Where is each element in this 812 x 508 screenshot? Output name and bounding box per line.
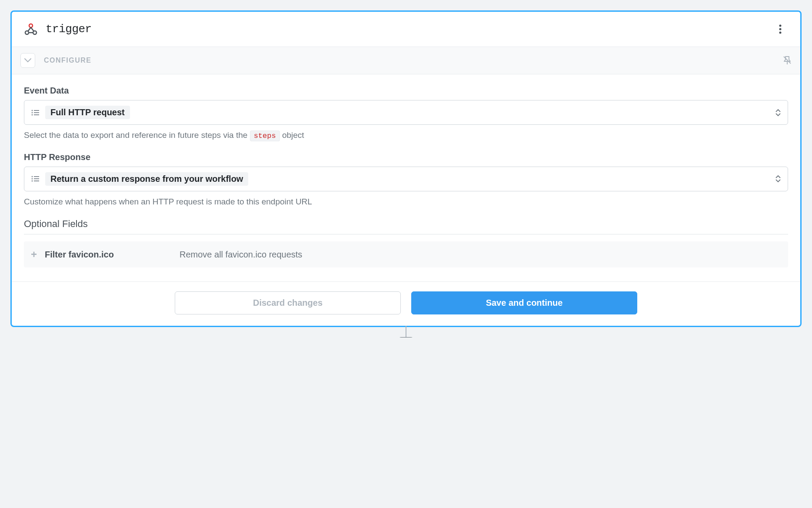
svg-point-4 [779, 28, 782, 30]
sort-icon [775, 109, 781, 117]
event-data-label: Event Data [24, 86, 788, 96]
section-label: CONFIGURE [44, 57, 92, 64]
discard-button[interactable]: Discard changes [175, 291, 401, 314]
chevron-down-icon [24, 58, 31, 63]
svg-point-3 [779, 25, 782, 27]
http-response-label: HTTP Response [24, 152, 788, 162]
configure-section-bar: CONFIGURE [12, 47, 800, 74]
svg-rect-14 [34, 176, 39, 177]
svg-rect-8 [34, 110, 39, 111]
trigger-step-card: trigger CONFIGURE Event Data [10, 10, 802, 327]
http-response-field: HTTP Response Return a custom response f… [24, 152, 788, 208]
help-text-before: Select the data to export and reference … [24, 130, 250, 140]
optional-field-name: Filter favicon.ico [45, 250, 180, 260]
svg-point-5 [779, 32, 782, 34]
more-vertical-icon [779, 24, 782, 34]
steps-code-chip: steps [250, 130, 280, 141]
list-icon [31, 176, 39, 182]
svg-point-13 [32, 176, 33, 177]
card-footer: Discard changes Save and continue [12, 282, 800, 326]
list-icon [31, 110, 39, 116]
svg-rect-12 [34, 114, 39, 115]
svg-point-9 [32, 112, 33, 113]
collapse-toggle[interactable] [20, 53, 35, 68]
event-data-value: Full HTTP request [45, 106, 130, 119]
svg-point-7 [32, 110, 33, 111]
pin-off-icon [783, 56, 792, 65]
add-step-button[interactable] [398, 337, 414, 338]
step-title: trigger [46, 23, 92, 36]
svg-point-0 [29, 24, 33, 27]
svg-point-11 [32, 114, 33, 115]
webhook-icon [24, 22, 38, 36]
more-menu-button[interactable] [772, 21, 788, 37]
optional-field-desc: Remove all favicon.ico requests [180, 250, 302, 260]
plus-icon: + [31, 249, 37, 260]
event-data-select[interactable]: Full HTTP request [24, 100, 788, 125]
sort-icon [775, 175, 781, 183]
svg-rect-10 [34, 112, 39, 113]
optional-fields-section: Optional Fields + Filter favicon.ico Rem… [24, 218, 788, 267]
svg-point-15 [32, 178, 33, 180]
event-data-field: Event Data Full HTTP request Select the … [24, 86, 788, 142]
help-text-after: object [280, 130, 304, 140]
save-button[interactable]: Save and continue [411, 291, 637, 314]
http-response-help: Customize what happens when an HTTP requ… [24, 196, 788, 208]
svg-rect-18 [34, 180, 39, 181]
form-body: Event Data Full HTTP request Select the … [12, 74, 800, 272]
optional-field-row[interactable]: + Filter favicon.ico Remove all favicon.… [24, 241, 788, 267]
optional-fields-header: Optional Fields [24, 218, 788, 234]
svg-point-17 [32, 180, 33, 182]
http-response-value: Return a custom response from your workf… [45, 172, 248, 186]
event-data-help: Select the data to export and reference … [24, 129, 788, 142]
card-header: trigger [12, 12, 800, 47]
http-response-select[interactable]: Return a custom response from your workf… [24, 167, 788, 191]
step-connector [398, 326, 414, 338]
pin-button[interactable] [783, 56, 792, 65]
connector-line [406, 326, 406, 337]
svg-rect-16 [34, 178, 39, 179]
